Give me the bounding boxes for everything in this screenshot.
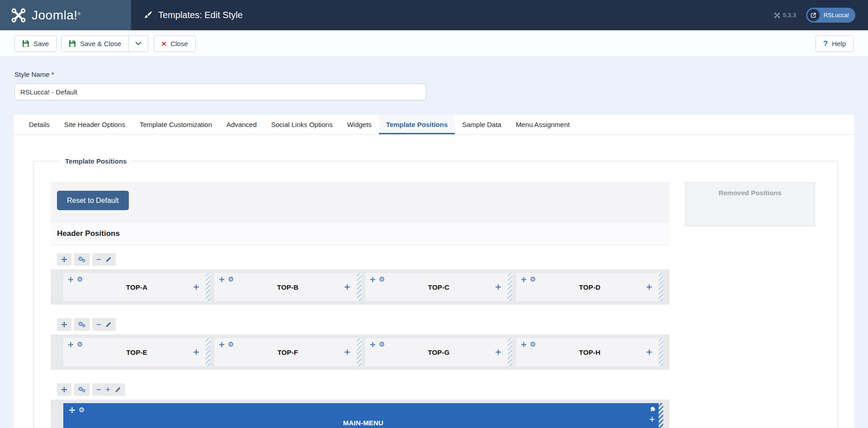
edit-row-icon[interactable]: [105, 256, 112, 263]
add-module-icon[interactable]: +: [646, 347, 652, 357]
header-positions-section: Header Positions: [51, 223, 670, 245]
template-positions-panel: Template Positions Reset to Default Head…: [14, 135, 854, 428]
tab-template-positions[interactable]: Template Positions: [379, 115, 455, 134]
external-link-icon: [807, 9, 820, 21]
remove-row-icon[interactable]: −: [96, 255, 101, 263]
save-floppy-icon: [69, 40, 76, 47]
resize-handle[interactable]: [659, 403, 663, 428]
position-block-top-h[interactable]: ⚙ TOP-H +: [516, 338, 663, 366]
removed-positions-column: Removed Positions: [685, 182, 815, 428]
resize-handle[interactable]: [508, 338, 512, 366]
row-move-button[interactable]: [57, 253, 71, 266]
version-label: 5.3.3: [783, 12, 796, 19]
resize-handle[interactable]: [206, 338, 210, 366]
style-name-label: Style Name *: [14, 71, 868, 78]
tab-advanced[interactable]: Advanced: [219, 115, 264, 134]
tab-details[interactable]: Details: [22, 115, 57, 134]
tab-sample-data[interactable]: Sample Data: [455, 115, 509, 134]
add-module-icon[interactable]: +: [193, 347, 199, 357]
save-and-close-button[interactable]: Save & Close: [61, 35, 129, 52]
positions-editor: Reset to Default Header Positions: [51, 182, 670, 428]
edit-row-icon[interactable]: [105, 321, 112, 328]
row-settings-button[interactable]: ⚙⚙: [74, 383, 90, 396]
position-label: TOP-C: [365, 273, 512, 301]
close-button[interactable]: × Close: [154, 35, 195, 52]
save-button[interactable]: Save: [14, 35, 57, 52]
tab-widgets[interactable]: Widgets: [340, 115, 379, 134]
add-module-icon[interactable]: +: [495, 282, 501, 292]
add-module-icon[interactable]: +: [344, 282, 350, 292]
position-block-top-f[interactable]: ⚙ TOP-F +: [214, 338, 361, 366]
chevron-down-icon: [135, 40, 142, 47]
row-actions-group: −: [92, 318, 116, 331]
row-settings-button[interactable]: ⚙⚙: [74, 253, 90, 266]
resize-handle[interactable]: [206, 273, 210, 301]
position-block-top-c[interactable]: ⚙ TOP-C +: [365, 273, 512, 301]
position-block-top-d[interactable]: ⚙ TOP-D +: [516, 273, 663, 301]
edit-row-icon[interactable]: [115, 386, 121, 393]
resize-handle[interactable]: [508, 273, 512, 301]
row-settings-button[interactable]: ⚙⚙: [74, 318, 90, 331]
add-module-icon[interactable]: +: [646, 282, 652, 292]
resize-handle[interactable]: [357, 273, 361, 301]
position-label: MAIN-MENU: [63, 403, 663, 428]
row-move-button[interactable]: [57, 383, 71, 396]
user-menu-button[interactable]: RSLucca!: [806, 8, 855, 23]
save-options-dropdown-toggle[interactable]: [128, 35, 148, 52]
move-icon: [61, 256, 67, 263]
gears-icon: ⚙⚙: [78, 256, 86, 263]
user-name-label: RSLucca!: [824, 12, 849, 19]
add-module-icon[interactable]: +: [193, 282, 199, 292]
add-module-icon[interactable]: +: [344, 347, 350, 357]
action-toolbar: Save Save & Close × Close: [0, 30, 868, 57]
module-puzzle-icon[interactable]: [649, 406, 656, 413]
resize-handle[interactable]: [659, 273, 663, 301]
position-block-top-e[interactable]: ⚙ TOP-E +: [63, 338, 210, 366]
add-column-icon[interactable]: +: [105, 386, 110, 394]
top-navbar: Joomla!® Templates: Edit Style: [0, 0, 868, 30]
tab-bar: Details Site Header Options Template Cus…: [14, 115, 854, 135]
section-heading: Header Positions: [57, 229, 663, 238]
save-floppy-icon: [22, 40, 29, 47]
reset-to-default-button[interactable]: Reset to Default: [57, 191, 129, 210]
reset-strip: Reset to Default: [51, 182, 670, 223]
position-rows: ⚙⚙ −: [51, 245, 670, 428]
joomla-version: 5.3.3: [774, 12, 796, 19]
row-controls: ⚙⚙ −: [57, 318, 670, 331]
position-block-main-menu[interactable]: ⚙ MAIN-MENU: [63, 403, 663, 428]
tab-social-links-options[interactable]: Social Links Options: [264, 115, 340, 134]
position-label: TOP-D: [516, 273, 663, 301]
position-label: TOP-F: [214, 338, 361, 366]
resize-handle[interactable]: [357, 338, 361, 366]
position-block-top-b[interactable]: ⚙ TOP-B +: [214, 273, 361, 301]
tab-menu-assignment[interactable]: Menu Assignment: [509, 115, 577, 134]
add-module-icon[interactable]: +: [495, 347, 501, 357]
position-label: TOP-B: [214, 273, 361, 301]
block-row: ⚙ TOP-A + ⚙: [51, 269, 670, 305]
add-module-icon[interactable]: +: [649, 414, 655, 424]
page-title: Templates: Edit Style: [158, 10, 243, 20]
row-actions-group: − +: [92, 383, 125, 396]
resize-handle[interactable]: [659, 338, 663, 366]
position-label: TOP-G: [365, 338, 512, 366]
help-button[interactable]: ? Help: [816, 35, 854, 52]
style-name-input[interactable]: [14, 84, 426, 100]
row-controls: ⚙⚙ −: [57, 253, 670, 266]
navbar-main: Templates: Edit Style 5.3.3: [131, 0, 868, 30]
save-close-group: Save & Close: [61, 35, 148, 52]
row-actions-group: −: [92, 253, 116, 266]
position-row: ⚙⚙ −: [51, 318, 670, 370]
row-controls: ⚙⚙ − +: [57, 383, 670, 396]
brand-area[interactable]: Joomla!®: [0, 0, 131, 30]
position-block-top-a[interactable]: ⚙ TOP-A +: [63, 273, 210, 301]
position-block-top-g[interactable]: ⚙ TOP-G +: [365, 338, 512, 366]
gears-icon: ⚙⚙: [78, 386, 86, 393]
tab-template-customization[interactable]: Template Customization: [132, 115, 219, 134]
remove-row-icon[interactable]: −: [96, 320, 101, 329]
tab-site-header-options[interactable]: Site Header Options: [57, 115, 132, 134]
row-move-button[interactable]: [57, 318, 71, 331]
joomla-version-icon: [774, 12, 780, 19]
edit-style-card: Details Site Header Options Template Cus…: [14, 115, 854, 428]
remove-row-icon[interactable]: −: [96, 386, 101, 394]
removed-positions-dropzone[interactable]: Removed Positions: [685, 182, 815, 226]
